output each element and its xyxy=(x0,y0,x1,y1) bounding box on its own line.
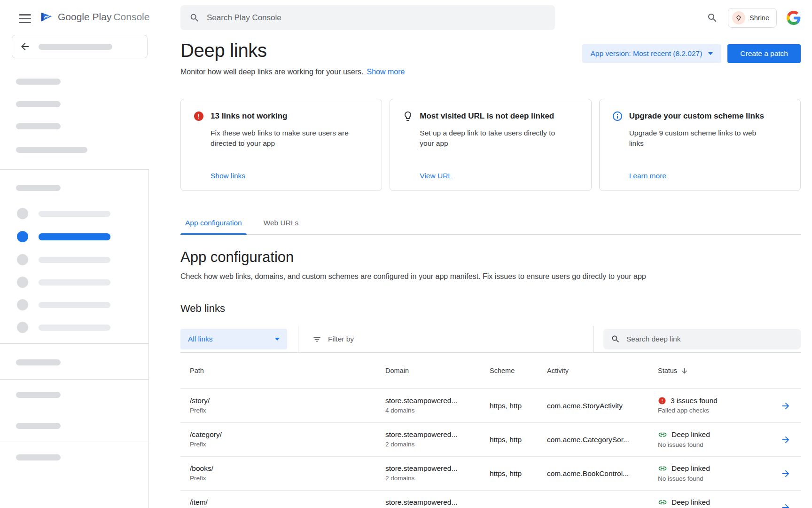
sidebar-divider xyxy=(0,169,149,170)
sidebar-divider xyxy=(0,442,149,442)
sort-descending-icon xyxy=(680,367,688,375)
card-body: Upgrade 9 custom scheme links to web lin… xyxy=(629,128,769,149)
tab-web-urls[interactable]: Web URLs xyxy=(259,212,304,234)
toolbar-divider xyxy=(593,326,594,352)
topbar-right: Shrine xyxy=(707,8,801,28)
domain-value: store.steampowered... xyxy=(385,464,490,473)
app-switcher-chip[interactable]: Shrine xyxy=(728,8,777,28)
learn-more-link[interactable]: Learn more xyxy=(629,172,788,180)
column-scheme: Scheme xyxy=(490,367,547,374)
skeleton-bar xyxy=(16,359,61,365)
search-input[interactable] xyxy=(207,13,546,23)
table-header: Path Domain Scheme Activity Status xyxy=(180,353,801,389)
app-version-dropdown[interactable]: App version: Most recent (8.2.027) xyxy=(582,44,722,63)
sidebar-item-skeleton[interactable] xyxy=(17,322,110,333)
links-filter-value: All links xyxy=(188,335,213,343)
skeleton-circle xyxy=(17,208,28,219)
path-value: /item/ xyxy=(190,498,385,507)
card-title: 13 links not working xyxy=(211,111,287,121)
skeleton-bar xyxy=(39,44,112,50)
row-detail-button[interactable] xyxy=(771,435,801,445)
logo-console: Console xyxy=(113,11,149,22)
insight-cards: 13 links not working Fix these web links… xyxy=(180,99,801,191)
status-value: Deep linked xyxy=(671,464,710,473)
logo-text: Google PlayConsole xyxy=(58,11,149,23)
page-header: Deep links Monitor how well deep links a… xyxy=(180,40,801,76)
arrow-back-icon[interactable] xyxy=(19,41,31,52)
google-play-console-logo: Google PlayConsole xyxy=(39,10,149,24)
status-detail: Failed app checks xyxy=(658,407,771,415)
table-row[interactable]: /category/ Prefix store.steampowered... … xyxy=(180,423,801,457)
arrow-forward-icon xyxy=(781,401,791,411)
search-icon[interactable] xyxy=(707,12,718,24)
sidebar-item-selected[interactable] xyxy=(17,231,110,242)
console-search[interactable] xyxy=(180,5,555,30)
path-value: /story/ xyxy=(190,397,385,405)
column-status-sort[interactable]: Status xyxy=(658,367,771,375)
filter-icon xyxy=(312,335,321,344)
link-icon xyxy=(658,498,667,507)
sidebar-item-skeleton[interactable] xyxy=(17,299,110,310)
sidebar-item-skeleton[interactable] xyxy=(17,254,110,265)
skeleton-bar xyxy=(16,147,87,153)
skeleton-circle xyxy=(17,254,28,265)
skeleton-bar xyxy=(16,101,61,107)
activity-value: com.acme.BookControl... xyxy=(547,469,658,478)
domain-count: 2 domains xyxy=(385,441,490,449)
column-domain: Domain xyxy=(385,367,490,374)
filter-by-button[interactable]: Filter by xyxy=(312,335,354,344)
sidebar-item-skeleton[interactable] xyxy=(17,208,110,219)
skeleton-bar xyxy=(39,233,110,240)
link-icon xyxy=(658,464,667,473)
skeleton-bar xyxy=(39,211,110,217)
google-logo-icon[interactable] xyxy=(787,11,801,25)
deep-link-search-input[interactable] xyxy=(626,335,793,343)
row-detail-button[interactable] xyxy=(771,401,801,411)
card-upgrade-schemes: Upgrade your custom scheme links Upgrade… xyxy=(599,99,801,191)
table-row[interactable]: /item/ store.steampowered... Deep linked xyxy=(180,491,801,508)
deep-link-search[interactable] xyxy=(603,329,801,349)
tab-app-configuration[interactable]: App configuration xyxy=(180,212,247,234)
arrow-forward-icon xyxy=(781,502,791,508)
create-patch-button[interactable]: Create a patch xyxy=(727,44,801,63)
error-icon xyxy=(658,397,666,405)
domain-value: store.steampowered... xyxy=(385,430,490,439)
play-console-icon xyxy=(39,10,54,24)
skeleton-bar xyxy=(39,325,110,331)
search-icon xyxy=(189,13,200,23)
status-detail: No issues found xyxy=(658,475,771,483)
skeleton-bar xyxy=(16,123,61,129)
web-links-heading: Web links xyxy=(180,302,801,315)
shrine-app-icon xyxy=(732,11,745,24)
path-type: Prefix xyxy=(190,407,385,415)
links-filter-dropdown[interactable]: All links xyxy=(180,329,287,349)
chevron-down-icon xyxy=(708,52,713,55)
path-type: Prefix xyxy=(190,441,385,449)
skeleton-bar xyxy=(16,185,61,191)
domain-value: store.steampowered... xyxy=(385,498,490,507)
table-row[interactable]: /books/ Prefix store.steampowered... 2 d… xyxy=(180,457,801,491)
app-name: Shrine xyxy=(750,14,769,22)
skeleton-circle xyxy=(17,299,28,310)
back-navigation[interactable] xyxy=(12,35,148,58)
scheme-value: https, http xyxy=(490,469,547,478)
skeleton-bar xyxy=(39,279,110,286)
skeleton-circle xyxy=(17,277,28,288)
column-status: Status xyxy=(658,367,677,374)
sidebar: Google PlayConsole xyxy=(0,0,149,508)
row-detail-button[interactable] xyxy=(771,468,801,479)
card-title: Most visited URL is not deep linked xyxy=(420,111,554,121)
activity-value: com.acme.StoryActivity xyxy=(547,402,658,410)
show-more-link[interactable]: Show more xyxy=(367,68,405,76)
path-value: /books/ xyxy=(190,464,385,473)
card-most-visited-url: Most visited URL is not deep linked Set … xyxy=(390,99,591,191)
card-body: Fix these web links to make sure users a… xyxy=(211,128,351,149)
show-links-link[interactable]: Show links xyxy=(211,172,369,180)
row-detail-button[interactable] xyxy=(771,502,801,508)
sidebar-item-skeleton[interactable] xyxy=(17,277,110,288)
view-url-link[interactable]: View URL xyxy=(420,172,578,180)
scheme-value: https, http xyxy=(490,436,547,444)
page-subtitle: Monitor how well deep links are working … xyxy=(180,68,364,76)
menu-icon[interactable] xyxy=(19,14,31,23)
table-row[interactable]: /story/ Prefix store.steampowered... 4 d… xyxy=(180,389,801,423)
